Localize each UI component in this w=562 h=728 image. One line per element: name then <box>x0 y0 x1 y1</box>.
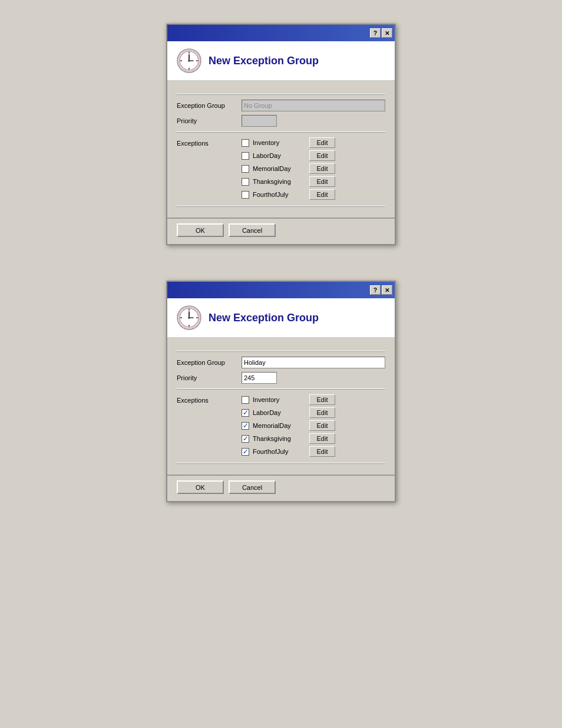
exception-row-memorialday-1: MemorialDay Edit <box>242 163 335 174</box>
dialog-title-1: New Exception Group <box>209 55 319 67</box>
title-buttons-1: ? ✕ <box>370 28 392 38</box>
separator-mid-1 <box>177 131 385 133</box>
dialog-body-2: Exception Group Priority Exceptions Inve… <box>167 338 395 475</box>
exception-row-fourthofjuly-2: ✓ FourthofJuly Edit <box>242 446 335 457</box>
exception-row-memorialday-2: ✓ MemorialDay Edit <box>242 420 335 431</box>
exception-name-memorialday-2: MemorialDay <box>253 422 306 429</box>
exception-checkbox-fourthofjuly-2[interactable]: ✓ <box>242 448 249 456</box>
title-buttons-2: ? ✕ <box>370 285 392 295</box>
dialog-header-2: New Exception Group <box>167 298 395 338</box>
exception-row-laborday-1: LaborDay Edit <box>242 150 335 161</box>
exception-row-laborday-2: ✓ LaborDay Edit <box>242 407 335 418</box>
dialog-footer-1: OK Cancel <box>167 218 395 244</box>
exception-checkbox-memorialday-1[interactable] <box>242 165 249 173</box>
exception-edit-thanksgiving-2[interactable]: Edit <box>309 433 335 444</box>
close-button-1[interactable]: ✕ <box>382 28 392 38</box>
exception-edit-memorialday-2[interactable]: Edit <box>309 420 335 431</box>
exception-checkbox-thanksgiving-1[interactable] <box>242 178 249 186</box>
titlebar-1: ? ✕ <box>167 25 395 41</box>
exception-edit-laborday-1[interactable]: Edit <box>309 150 335 161</box>
dialog-2: ? ✕ New Exception Group Exception Group … <box>166 281 396 502</box>
svg-point-20 <box>188 317 190 319</box>
exception-row-inventory-2: Inventory Edit <box>242 394 335 405</box>
exception-checkbox-fourthofjuly-1[interactable] <box>242 191 249 199</box>
dialog-title-2: New Exception Group <box>209 312 319 324</box>
exceptions-section-1: Exceptions Inventory Edit LaborDay Edit … <box>177 137 385 200</box>
exception-edit-fourthofjuly-1[interactable]: Edit <box>309 189 335 200</box>
close-button-2[interactable]: ✕ <box>382 285 392 295</box>
exception-group-input-2[interactable] <box>242 357 385 368</box>
priority-label-2: Priority <box>177 374 242 381</box>
priority-label-1: Priority <box>177 117 242 124</box>
exception-name-fourthofjuly-1: FourthofJuly <box>253 191 306 198</box>
priority-input-2[interactable] <box>242 372 277 384</box>
exception-name-thanksgiving-1: Thanksgiving <box>253 178 306 185</box>
exception-checkbox-memorialday-2[interactable]: ✓ <box>242 422 249 430</box>
exception-row-thanksgiving-1: Thanksgiving Edit <box>242 176 335 187</box>
cancel-button-2[interactable]: Cancel <box>229 480 276 494</box>
exception-checkbox-inventory-1[interactable] <box>242 139 249 147</box>
cancel-button-1[interactable]: Cancel <box>229 223 276 237</box>
help-button-2[interactable]: ? <box>370 285 381 295</box>
exception-group-row-1: Exception Group <box>177 100 385 111</box>
dialog-header-1: New Exception Group <box>167 41 395 81</box>
exception-checkbox-inventory-2[interactable] <box>242 396 249 404</box>
dialog-body-1: Exception Group Priority Exceptions Inve… <box>167 81 395 218</box>
exception-edit-memorialday-1[interactable]: Edit <box>309 163 335 174</box>
exception-group-row-2: Exception Group <box>177 357 385 368</box>
exception-group-label-2: Exception Group <box>177 359 242 366</box>
separator-top-1 <box>177 94 385 95</box>
exception-name-laborday-2: LaborDay <box>253 409 306 416</box>
titlebar-2: ? ✕ <box>167 282 395 298</box>
exception-name-thanksgiving-2: Thanksgiving <box>253 435 306 442</box>
exception-edit-inventory-1[interactable]: Edit <box>309 137 335 148</box>
exception-checkbox-thanksgiving-2[interactable]: ✓ <box>242 435 249 443</box>
exceptions-label-1: Exceptions <box>177 137 242 200</box>
exception-checkbox-laborday-2[interactable]: ✓ <box>242 409 249 417</box>
exception-edit-fourthofjuly-2[interactable]: Edit <box>309 446 335 457</box>
exception-row-fourthofjuly-1: FourthofJuly Edit <box>242 189 335 200</box>
clock-icon-1 <box>177 48 201 73</box>
separator-top-2 <box>177 351 385 352</box>
ok-button-2[interactable]: OK <box>177 480 224 494</box>
exception-name-laborday-1: LaborDay <box>253 152 306 159</box>
exception-row-thanksgiving-2: ✓ Thanksgiving Edit <box>242 433 335 444</box>
clock-icon-2 <box>177 305 201 330</box>
separator-mid-2 <box>177 388 385 390</box>
priority-row-1: Priority <box>177 115 385 127</box>
exception-name-inventory-2: Inventory <box>253 396 306 403</box>
exception-row-inventory-1: Inventory Edit <box>242 137 335 148</box>
exceptions-section-2: Exceptions Inventory Edit ✓ LaborDay Edi… <box>177 394 385 457</box>
separator-bottom-1 <box>177 206 385 207</box>
priority-row-2: Priority <box>177 372 385 384</box>
exception-name-fourthofjuly-2: FourthofJuly <box>253 448 306 455</box>
exception-group-label-1: Exception Group <box>177 102 242 109</box>
dialog-1: ? ✕ New Exception Group Exception Group <box>166 24 396 245</box>
exception-checkbox-laborday-1[interactable] <box>242 152 249 160</box>
ok-button-1[interactable]: OK <box>177 223 224 237</box>
priority-input-1[interactable] <box>242 115 277 127</box>
dialog-footer-2: OK Cancel <box>167 475 395 501</box>
exception-name-inventory-1: Inventory <box>253 139 306 146</box>
exception-name-memorialday-1: MemorialDay <box>253 165 306 172</box>
exceptions-label-2: Exceptions <box>177 394 242 457</box>
svg-point-9 <box>188 60 190 62</box>
help-button-1[interactable]: ? <box>370 28 381 38</box>
exception-edit-laborday-2[interactable]: Edit <box>309 407 335 418</box>
exception-group-input-1[interactable] <box>242 100 385 111</box>
exception-edit-inventory-2[interactable]: Edit <box>309 394 335 405</box>
exceptions-list-1: Inventory Edit LaborDay Edit MemorialDay… <box>242 137 335 200</box>
exception-edit-thanksgiving-1[interactable]: Edit <box>309 176 335 187</box>
exceptions-list-2: Inventory Edit ✓ LaborDay Edit ✓ Memoria… <box>242 394 335 457</box>
separator-bottom-2 <box>177 463 385 464</box>
